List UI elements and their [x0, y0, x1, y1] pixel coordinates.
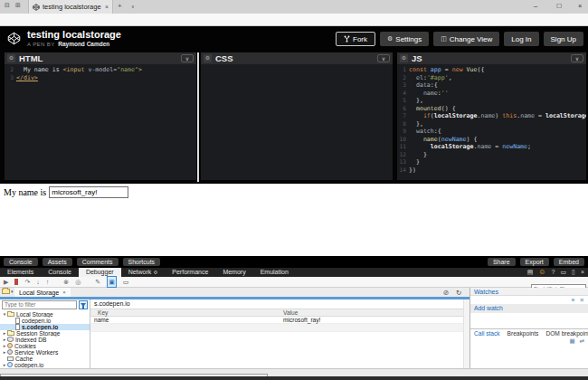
tree-item-codepen-io[interactable]: codepen.io [0, 318, 90, 324]
js-code-editor[interactable]: 1const app = new Vue({2 el:'#app',3 data… [397, 64, 586, 180]
event-breakpoints-icon[interactable]: ◎ [75, 277, 81, 287]
minimize-window-icon[interactable]: – [534, 2, 537, 10]
set-tabs-aside-icon[interactable]: ⊞ [15, 2, 21, 9]
show-library-frames-icon[interactable]: ▦ [569, 337, 574, 345]
tree-item-cache[interactable]: Cache [0, 356, 90, 362]
maximize-window-icon[interactable]: ▢ [556, 2, 562, 9]
name-input[interactable] [49, 186, 128, 198]
fork-button[interactable]: Fork [336, 32, 375, 46]
editor-resize-handle[interactable] [197, 52, 199, 182]
cache-icon [7, 356, 14, 361]
folder-icon [7, 312, 14, 317]
clear-watches-icon[interactable]: ✕ [580, 297, 584, 304]
help-icon[interactable]: ? [552, 268, 555, 277]
button-label: Change View [450, 35, 492, 43]
line-number: 3 [397, 81, 409, 90]
tree-item-indexed-db[interactable]: ▸Indexed DB [0, 337, 90, 343]
line-number: 2 [5, 66, 16, 74]
tab-dom-breakpoints[interactable]: DOM breakpoints [545, 330, 588, 337]
page-icon [15, 324, 20, 330]
refresh-storage-icon[interactable]: ↻ [456, 289, 461, 297]
tab-list-chevron-icon[interactable]: ∨ [131, 4, 135, 9]
column-header-key: Key [90, 309, 276, 317]
tree-item-local-storage[interactable]: ▾Local Storage [0, 311, 90, 318]
gear-icon [7, 349, 13, 355]
collapse-chevron-icon[interactable]: ∨ [571, 54, 583, 62]
console-button[interactable]: Console [4, 258, 38, 266]
html-code-editor[interactable]: 2 My name is <input v-model="name">3</di… [5, 64, 196, 180]
editor-gear-icon[interactable]: ⚙ [400, 54, 408, 62]
local-storage-tab-label: Local Storage [19, 289, 59, 297]
file-picker-button[interactable]: ▾ [2, 289, 14, 294]
button-label: Settings [395, 35, 422, 43]
filter-funnel-button[interactable] [79, 300, 88, 309]
change-view-button[interactable]: ◫Change View [433, 32, 499, 46]
step-into-icon[interactable]: ↓ [36, 277, 40, 287]
close-tab-icon[interactable]: × [62, 290, 66, 295]
button-label: Log In [511, 35, 531, 43]
log-in-button[interactable]: Log In [504, 32, 538, 46]
editor-gear-icon[interactable]: ⚙ [204, 54, 212, 62]
devtools-tab-elements[interactable]: Elements [0, 268, 41, 277]
sign-up-button[interactable]: Sign Up [544, 32, 583, 46]
step-over-icon[interactable]: ↷ [24, 277, 30, 287]
pretty-print-icon[interactable]: ✎ [95, 277, 100, 287]
comments-button[interactable]: Comments [77, 258, 119, 266]
code-line: 2 My name is <input v-model="name"> [5, 66, 196, 74]
step-out-icon[interactable]: ↑ [46, 277, 50, 287]
source-maps-icon[interactable]: ▭ [123, 277, 129, 287]
pen-author[interactable]: Raymond Camden [58, 41, 109, 47]
undock-icon[interactable]: ▯ [572, 268, 575, 277]
resume-icon[interactable]: ▶ [4, 277, 8, 287]
devtools-tab-performance[interactable]: Performance [165, 268, 215, 277]
devtools-tab-memory[interactable]: Memory [215, 268, 252, 277]
collapse-chevron-icon[interactable]: ∨ [181, 54, 194, 62]
table-row[interactable]: namemicrosoft_ray! [90, 317, 469, 325]
just-my-code-icon[interactable]: ▣ [107, 276, 117, 288]
find-box [531, 278, 586, 286]
code-text: const app = new Vue({ [409, 66, 484, 74]
embed-button[interactable]: Embed [554, 258, 584, 266]
tab-breakpoints[interactable]: Breakpoints [507, 330, 539, 337]
tree-item-codepen-io[interactable]: ▸codepen.io [0, 362, 90, 368]
tree-item-session-storage[interactable]: ▸Session Storage [0, 330, 90, 337]
layout-icon: ◫ [441, 35, 447, 43]
editor-gear-icon[interactable]: ⚙ [7, 54, 15, 62]
export-button[interactable]: Export [520, 258, 549, 266]
tree-item-s-codepen-io[interactable]: s.codepen.io [0, 324, 90, 330]
clear-storage-icon[interactable]: ⊘ [443, 289, 449, 297]
dock-bottom-icon[interactable]: ▭ [560, 268, 566, 277]
shortcuts-button[interactable]: Shortcuts [123, 258, 161, 266]
add-watch-link[interactable]: Add watch [470, 304, 588, 313]
close-devtools-icon[interactable]: × [581, 268, 584, 277]
pen-title: testing localstorage [27, 29, 121, 40]
add-watch-icon[interactable]: ≡ [572, 297, 575, 303]
devtools-tab-emulation[interactable]: Emulation [253, 268, 296, 277]
tab-close-icon[interactable]: × [105, 4, 109, 10]
console-drawer-icon[interactable]: ▤ [527, 268, 534, 277]
local-storage-tab[interactable]: Local Storage × [14, 288, 71, 297]
devtools-tab-console[interactable]: Console [41, 268, 79, 277]
new-tab-icon[interactable]: + [118, 2, 122, 10]
assets-button[interactable]: Assets [43, 258, 72, 266]
tree-item-service-workers[interactable]: ▸Service Workers [0, 349, 90, 356]
devtools-tab-network[interactable]: Network [121, 268, 166, 277]
preview-label: My name is [4, 187, 46, 197]
filter-input[interactable] [2, 300, 77, 309]
break-icon[interactable] [14, 277, 18, 287]
browser-tab[interactable]: testing localstorage × [28, 0, 113, 14]
css-code-editor[interactable] [201, 64, 393, 180]
tab-call-stack[interactable]: Call stack [474, 330, 500, 337]
close-window-icon[interactable]: × [578, 2, 582, 10]
break-on-exceptions-icon[interactable]: ⊗ [63, 277, 69, 287]
debugger-toolbar-icons: ▶↷↓↑⊗◎✎▣▭ [4, 277, 128, 287]
tree-item-cookies[interactable]: ▸Cookies [0, 343, 90, 349]
settings-button[interactable]: ⚙Settings [380, 32, 429, 46]
collapse-chevron-icon[interactable]: ∨ [377, 54, 390, 62]
footer-right-buttons: ShareExportEmbed [483, 258, 584, 266]
table-scrollbar[interactable] [463, 299, 469, 369]
feedback-smiley-icon[interactable]: ☺ [538, 268, 545, 277]
async-callstack-icon[interactable]: ⇄ [580, 337, 584, 345]
tab-preview-icon[interactable]: ⊟ [5, 2, 10, 9]
share-button[interactable]: Share [488, 258, 516, 266]
